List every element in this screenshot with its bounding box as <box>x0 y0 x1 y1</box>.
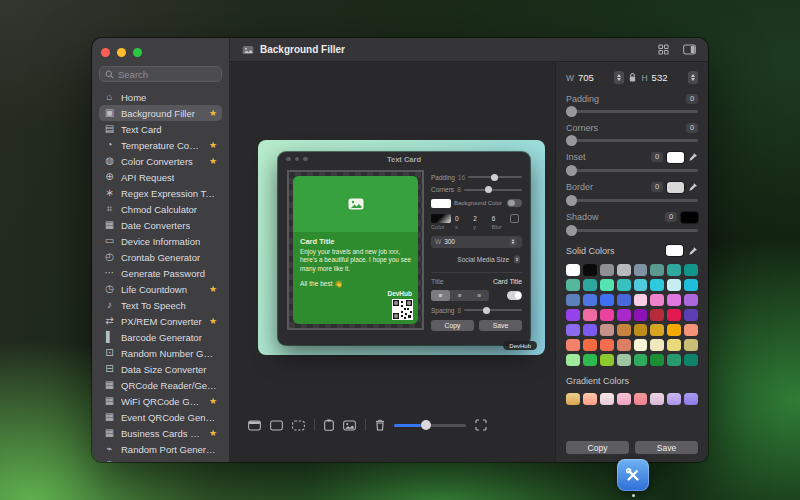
sidebar-item-random-port-generator[interactable]: ⌁Random Port Generator <box>99 441 222 457</box>
zoom-button[interactable] <box>133 48 142 57</box>
color-swatch[interactable] <box>684 339 698 351</box>
color-swatch[interactable] <box>667 339 681 351</box>
color-swatch[interactable] <box>684 354 698 366</box>
color-swatch[interactable] <box>684 309 698 321</box>
corners-slider[interactable] <box>566 139 698 142</box>
inset-eyedropper-icon[interactable] <box>688 152 698 162</box>
card-width-field[interactable]: W 300 <box>431 236 522 249</box>
sidebar-item-home[interactable]: ⌂Home <box>99 89 222 105</box>
color-swatch[interactable] <box>566 279 580 291</box>
color-swatch[interactable] <box>617 279 631 291</box>
sidebar-item-regex-expression-test[interactable]: ∗Regex Expression Test <box>99 185 222 201</box>
color-swatch[interactable] <box>600 294 614 306</box>
color-swatch[interactable] <box>650 324 664 336</box>
color-swatch[interactable] <box>684 279 698 291</box>
shadow-color-swatch[interactable] <box>431 214 451 223</box>
color-swatch[interactable] <box>617 309 631 321</box>
width-stepper[interactable] <box>614 71 624 84</box>
color-swatch[interactable] <box>667 324 681 336</box>
padding-slider[interactable] <box>468 176 522 178</box>
color-swatch[interactable] <box>650 264 664 276</box>
color-swatch[interactable] <box>566 354 580 366</box>
color-swatch[interactable] <box>566 309 580 321</box>
gradient-swatch[interactable] <box>566 393 580 405</box>
align-right-button[interactable]: ≡ <box>470 290 489 301</box>
color-swatch[interactable] <box>667 264 681 276</box>
color-swatch[interactable] <box>583 354 597 366</box>
inset-value[interactable]: 0 <box>651 152 663 162</box>
sidebar-item-qrcode-reader-generator[interactable]: ▦QRCode Reader/Generator <box>99 377 222 393</box>
color-swatch[interactable] <box>667 309 681 321</box>
eyedropper-icon[interactable] <box>688 246 698 256</box>
search-input[interactable] <box>118 69 216 80</box>
color-swatch[interactable] <box>684 294 698 306</box>
sidebar-item-temperature-converter[interactable]: ◔Temperature Converter★ <box>99 137 222 153</box>
color-swatch[interactable] <box>600 339 614 351</box>
shadow-blur-value[interactable]: 6 <box>492 215 510 222</box>
corners-slider-thumb[interactable] <box>566 135 577 146</box>
sidebar-item-px-rem-converter[interactable]: ⇄PX/REM Converter★ <box>99 313 222 329</box>
textcard-save-button[interactable]: Save <box>479 320 522 332</box>
gradient-swatch[interactable] <box>667 393 681 405</box>
color-swatch[interactable] <box>684 324 698 336</box>
color-swatch[interactable] <box>617 324 631 336</box>
devhub-dock-icon[interactable] <box>617 459 649 491</box>
inset-color-swatch[interactable] <box>667 152 684 163</box>
zoom-slider-thumb[interactable] <box>421 420 431 430</box>
window-dashed-style-button[interactable] <box>292 420 305 431</box>
color-swatch[interactable] <box>583 264 597 276</box>
color-swatch[interactable] <box>650 279 664 291</box>
color-swatch[interactable] <box>600 264 614 276</box>
color-swatch[interactable] <box>566 264 580 276</box>
gradient-swatch[interactable] <box>634 393 648 405</box>
border-slider-thumb[interactable] <box>566 195 577 206</box>
card-title-field-value[interactable]: Card Title <box>493 278 522 285</box>
sidebar-item-device-information[interactable]: ▭Device Information <box>99 233 222 249</box>
sidebar-item-date-converters[interactable]: ▦Date Converters <box>99 217 222 233</box>
panel-save-button[interactable]: Save <box>635 441 698 454</box>
padding-slider[interactable] <box>566 110 698 113</box>
color-swatch[interactable] <box>634 324 648 336</box>
color-swatch[interactable] <box>600 309 614 321</box>
align-left-button[interactable]: ≡ <box>431 290 450 301</box>
sidebar-item-background-filler[interactable]: ▣Background Filler★ <box>99 105 222 121</box>
shadow-y-value[interactable]: 2 <box>473 215 491 222</box>
color-swatch[interactable] <box>667 279 681 291</box>
title-visible-toggle[interactable] <box>507 291 522 300</box>
align-center-button[interactable]: ≡ <box>450 290 469 301</box>
width-value[interactable]: 705 <box>578 72 594 83</box>
card-width-stepper[interactable] <box>509 237 517 247</box>
color-swatch[interactable] <box>583 309 597 321</box>
color-swatch[interactable] <box>684 264 698 276</box>
inset-slider[interactable] <box>566 169 698 172</box>
shadow-color-swatch[interactable] <box>681 212 698 223</box>
panel-copy-button[interactable]: Copy <box>566 441 629 454</box>
sidebar-item-api-request[interactable]: ⊕API Request <box>99 169 222 185</box>
border-eyedropper-icon[interactable] <box>688 182 698 192</box>
size-preset-dropdown[interactable]: Social Media Size <box>431 253 522 266</box>
color-swatch[interactable] <box>583 279 597 291</box>
gradient-swatch[interactable] <box>650 393 664 405</box>
color-swatch[interactable] <box>617 339 631 351</box>
sidebar-item-life-countdown[interactable]: ◷Life Countdown★ <box>99 281 222 297</box>
border-slider[interactable] <box>566 199 698 202</box>
minimize-button[interactable] <box>117 48 126 57</box>
sidebar-item-crontab-generator[interactable]: ◴Crontab Generator <box>99 249 222 265</box>
panel-toggle-icon[interactable] <box>683 44 696 55</box>
grid-apps-icon[interactable] <box>658 44 669 55</box>
border-value[interactable]: 0 <box>651 182 663 192</box>
sidebar-item-wifi-qrcode-generator[interactable]: ▦WiFi QRCode Generator★ <box>99 393 222 409</box>
color-swatch[interactable] <box>634 309 648 321</box>
spacing-slider[interactable] <box>464 309 522 311</box>
color-swatch[interactable] <box>600 279 614 291</box>
gradient-swatch[interactable] <box>600 393 614 405</box>
sidebar-item-text-card[interactable]: ▤Text Card <box>99 121 222 137</box>
sidebar-item-text-to-speech[interactable]: ♪Text To Speech <box>99 297 222 313</box>
shadow-x-value[interactable]: 0 <box>455 215 473 222</box>
color-swatch[interactable] <box>634 264 648 276</box>
padding-slider-thumb[interactable] <box>566 106 577 117</box>
trash-button[interactable] <box>375 419 385 431</box>
color-swatch[interactable] <box>566 339 580 351</box>
color-swatch[interactable] <box>600 354 614 366</box>
color-swatch[interactable] <box>600 324 614 336</box>
